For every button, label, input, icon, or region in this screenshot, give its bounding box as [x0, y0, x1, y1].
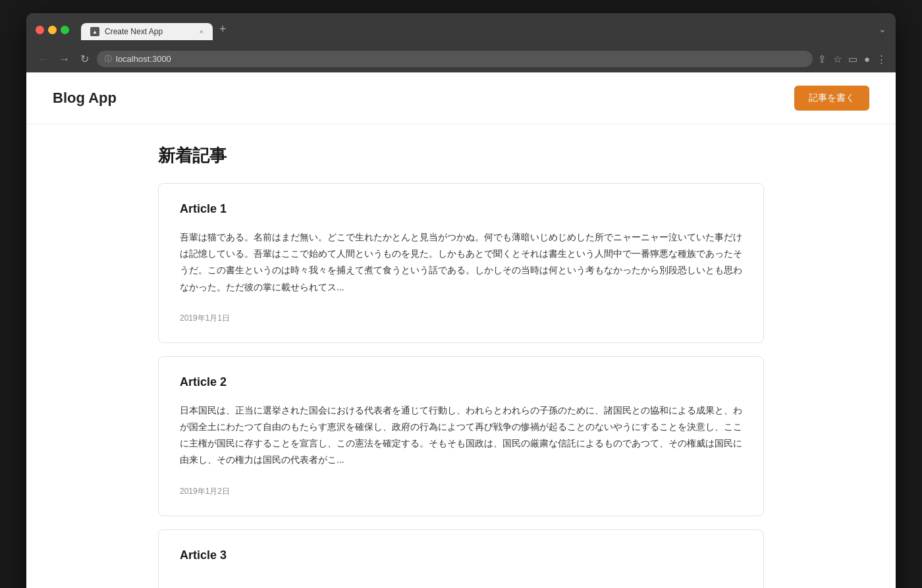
tabs-row: ▲ Create Next App × + [81, 20, 873, 40]
tab-close-button[interactable]: × [200, 28, 203, 36]
article-card[interactable]: Article 2 日本国民は、正当に選挙された国会における代表者を通じて行動し… [158, 356, 764, 516]
maximize-window-button[interactable] [61, 26, 69, 34]
article-body: 日本国民は、正当に選挙された国会における代表者を通じて行動し、われらとわれらの子… [180, 402, 742, 469]
minimize-window-button[interactable] [48, 26, 57, 34]
secure-icon: ⓘ [105, 54, 112, 64]
tab-favicon-icon: ▲ [90, 27, 99, 36]
article-card[interactable]: Article 1 吾輩は猫である。名前はまだ無い。どこで生れたかとんと見当がつ… [158, 183, 764, 343]
browser-window: ▲ Create Next App × + ⌄ ← → ↻ ⓘ localhos… [26, 13, 896, 588]
active-tab[interactable]: ▲ Create Next App × [81, 23, 213, 40]
bookmark-icon[interactable]: ☆ [833, 53, 842, 65]
new-tab-button[interactable]: + [214, 20, 232, 39]
close-window-button[interactable] [36, 26, 44, 34]
page-main: 新着記事 Article 1 吾輩は猫である。名前はまだ無い。どこで生れたかとん… [145, 124, 777, 588]
menu-icon[interactable]: ⋮ [877, 53, 886, 65]
refresh-button[interactable]: ↻ [78, 53, 92, 66]
section-title: 新着記事 [158, 144, 764, 167]
article-card[interactable]: Article 3 [158, 529, 764, 589]
browser-content: Blog App 記事を書く 新着記事 Article 1 吾輩は猫である。名前… [26, 72, 896, 588]
back-button[interactable]: ← [36, 53, 51, 66]
article-date: 2019年1月2日 [180, 487, 230, 496]
share-icon[interactable]: ⇪ [818, 53, 827, 65]
traffic-lights [36, 26, 69, 34]
tab-dropdown-icon[interactable]: ⌄ [879, 24, 886, 34]
split-view-icon[interactable]: ▭ [848, 53, 857, 65]
forward-button[interactable]: → [57, 53, 72, 66]
address-text: localhost:3000 [116, 54, 171, 64]
write-article-button[interactable]: 記事を書く [794, 86, 869, 111]
profile-icon[interactable]: ● [864, 53, 870, 65]
browser-top-row: ▲ Create Next App × + ⌄ [36, 20, 886, 40]
browser-toolbar: ← → ↻ ⓘ localhost:3000 ⇪ ☆ ▭ ● ⋮ [26, 45, 896, 72]
page-header: Blog App 記事を書く [26, 72, 896, 124]
site-logo: Blog App [53, 90, 117, 107]
toolbar-actions: ⇪ ☆ ▭ ● ⋮ [818, 53, 886, 65]
article-title: Article 1 [180, 202, 742, 216]
tab-title: Create Next App [105, 27, 194, 36]
article-title: Article 2 [180, 375, 742, 389]
article-title: Article 3 [180, 548, 742, 562]
article-body: 吾輩は猫である。名前はまだ無い。どこで生れたかとんと見当がつかぬ。何でも薄暗いじ… [180, 229, 742, 296]
address-bar[interactable]: ⓘ localhost:3000 [97, 51, 813, 67]
article-date: 2019年1月1日 [180, 313, 230, 323]
browser-titlebar: ▲ Create Next App × + ⌄ [26, 13, 896, 45]
